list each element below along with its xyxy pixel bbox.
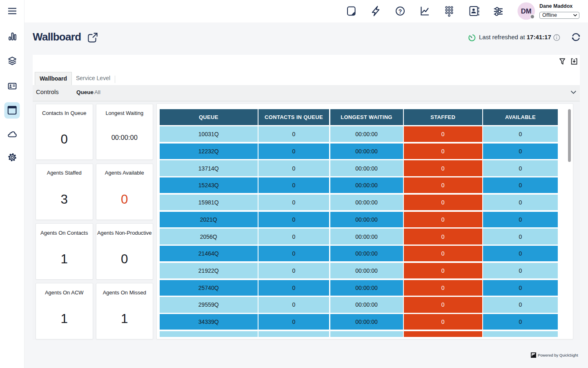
svg-text:?: ? bbox=[399, 8, 402, 15]
svg-text:DM: DM bbox=[521, 7, 532, 15]
